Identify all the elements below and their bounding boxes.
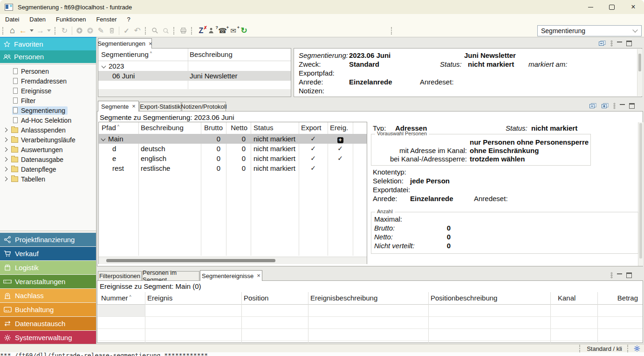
sidebar-section-systemverwaltung[interactable]: Systemverwaltung xyxy=(0,331,96,344)
panel-maximize-icon[interactable] xyxy=(626,41,632,46)
tab-segmente[interactable]: Segmente × xyxy=(98,101,139,112)
chevron-right-icon[interactable] xyxy=(3,177,8,181)
collapse-panel-icon[interactable] xyxy=(598,40,606,47)
column-header-ereignis[interactable]: Ereignis xyxy=(147,294,172,302)
table-row-e[interactable]: e englisch 0 0 nicht markiert ✓ ✓ xyxy=(99,154,367,163)
sidebar-item-ad-hoc-selektion[interactable]: Ad-Hoc Selektion xyxy=(0,115,96,125)
sidebar-item-segmentierung[interactable]: Segmentierung xyxy=(0,105,96,115)
search-alt-button[interactable] xyxy=(160,26,171,36)
add-button[interactable] xyxy=(74,26,85,36)
sidebar-section-verkauf[interactable]: Verkauf xyxy=(0,247,96,260)
toolbar-grip[interactable] xyxy=(391,27,393,35)
panel-minimize-icon[interactable] xyxy=(617,273,622,274)
vertical-scrollbar[interactable] xyxy=(638,122,643,266)
column-header-ereignisbeschreibung[interactable]: Ereignisbeschreibung xyxy=(310,294,377,302)
expand-panel-icon[interactable] xyxy=(601,103,609,109)
chevron-right-icon[interactable] xyxy=(3,138,8,142)
column-header-positionbeschreibung[interactable]: Positionbeschreibung xyxy=(431,294,497,302)
sidebar-section-projektfinanzierung[interactable]: Projektfinanzierung xyxy=(0,233,96,246)
table-row-main[interactable]: Main 0 0 nicht markiert ✓ + xyxy=(99,134,367,144)
vertical-scrollbar[interactable] xyxy=(637,49,642,96)
edit-button[interactable]: ✎ xyxy=(96,26,106,36)
horizontal-scrollbar[interactable] xyxy=(99,257,367,264)
column-header-segmentierung[interactable]: Segmentierung^ xyxy=(101,50,152,58)
sidebar-item-verarbeitungslaeufe[interactable]: Verarbeitungsläufe xyxy=(0,135,96,145)
sidebar-section-datenaustausch[interactable]: Datenaustausch xyxy=(0,317,96,330)
menu-fenster[interactable]: Fenster xyxy=(91,16,122,23)
forward-button[interactable]: → xyxy=(35,26,46,36)
back-dropdown-icon[interactable] xyxy=(30,29,34,32)
tab-segmentereignisse[interactable]: Segmentereignisse × xyxy=(200,270,262,281)
toolbar-grip[interactable] xyxy=(2,27,5,35)
toolbar-grip[interactable] xyxy=(191,27,193,35)
person-query-button[interactable]: ? xyxy=(206,26,217,36)
scrollbar-thumb[interactable] xyxy=(106,259,275,262)
sidebar-item-personen[interactable]: Personen xyxy=(0,66,96,76)
sidebar-item-ereignisse[interactable]: Ereignisse xyxy=(0,86,96,96)
chevron-right-icon[interactable] xyxy=(3,167,8,172)
column-header-beschreibung[interactable]: Beschreibung xyxy=(190,50,233,58)
collapse-panel-icon[interactable] xyxy=(589,103,597,109)
toolbar-grip[interactable] xyxy=(55,27,57,35)
sidebar-section-veranstaltungen[interactable]: Veranstaltungen xyxy=(0,275,96,288)
phone-add-button[interactable]: ☎+ xyxy=(217,26,228,36)
sidebar-section-logistik[interactable]: Logistik xyxy=(0,261,96,274)
sidebar-section-buchhaltung[interactable]: Buchhaltung xyxy=(0,303,96,316)
sidebar-item-datenausgabe[interactable]: Datenausgabe xyxy=(0,154,96,164)
column-header-status[interactable]: Status xyxy=(253,124,274,132)
column-header-netto[interactable]: Netto xyxy=(226,124,247,132)
minimize-button[interactable] xyxy=(580,0,601,14)
sidebar-item-auswertungen[interactable]: Auswertungen xyxy=(0,145,96,154)
sidebar-item-datenpflege[interactable]: Datenpflege xyxy=(0,164,96,174)
table-row-d[interactable]: d deutsch 0 0 nicht markiert ✓ ✓ xyxy=(99,144,367,154)
table-row-rest[interactable]: rest restlische 0 0 nicht markiert ✓ xyxy=(99,163,367,173)
forward-dropdown-icon[interactable] xyxy=(47,29,51,32)
tab-close-icon[interactable]: × xyxy=(132,104,136,109)
panel-menu-icon[interactable] xyxy=(610,40,613,47)
column-header-brutto[interactable]: Brutto xyxy=(201,124,223,132)
table-row-06-juni[interactable]: 06 Juni Juni Newsletter xyxy=(98,71,291,81)
settings-gear-button[interactable] xyxy=(632,345,644,352)
refresh-button[interactable]: ↻ xyxy=(59,26,70,36)
sidebar-item-fremdadressen[interactable]: Fremdadressen xyxy=(0,76,96,86)
panel-maximize-icon[interactable] xyxy=(626,272,632,278)
menu-datei[interactable]: Datei xyxy=(0,16,24,23)
home-button[interactable]: ⌂ xyxy=(7,26,18,36)
tab-segmentierungen[interactable]: Segmentierungen × xyxy=(98,38,152,49)
cancel-selection-button[interactable]: Z✗ xyxy=(196,26,206,36)
print-button[interactable] xyxy=(178,26,189,36)
tree-row-2023[interactable]: 2023 xyxy=(98,61,291,71)
tab-close-icon[interactable]: × xyxy=(257,273,260,278)
menu-daten[interactable]: Daten xyxy=(24,16,51,23)
chevron-right-icon[interactable] xyxy=(3,147,8,152)
add-copy-button[interactable] xyxy=(85,26,96,36)
sidebar-section-nachlass[interactable]: Nachlass xyxy=(0,289,96,302)
sidebar-item-filter[interactable]: Filter xyxy=(0,96,96,105)
toolbar-grip[interactable] xyxy=(145,27,147,35)
menu-funktionen[interactable]: Funktionen xyxy=(51,16,91,23)
column-header-pfad[interactable]: Pfad^ xyxy=(102,124,119,132)
toolbar-grip[interactable] xyxy=(173,27,176,35)
close-button[interactable]: × xyxy=(623,0,644,14)
sidebar-item-anlassspenden[interactable]: Anlassspenden xyxy=(0,125,96,135)
chevron-right-icon[interactable] xyxy=(3,128,8,133)
sidebar-section-personen[interactable]: Personen xyxy=(0,50,96,63)
panel-minimize-icon[interactable] xyxy=(617,42,622,42)
panel-menu-icon[interactable] xyxy=(610,272,613,279)
tab-personen-im-segment[interactable]: Personen im Segment xyxy=(142,271,199,280)
context-dropdown[interactable]: Segmentierung xyxy=(537,25,642,36)
back-button[interactable]: ← xyxy=(18,26,28,36)
column-header-beschreibung[interactable]: Beschreibung xyxy=(141,124,184,132)
column-header-export[interactable]: Export xyxy=(301,124,321,132)
tab-filterpositionen[interactable]: Filterpositionen xyxy=(98,271,142,280)
tab-close-icon[interactable]: × xyxy=(149,42,152,46)
mail-add-button[interactable]: ✉+ xyxy=(228,26,239,36)
sidebar-item-tabellen[interactable]: Tabellen xyxy=(0,174,96,184)
panel-maximize-icon[interactable] xyxy=(629,103,635,109)
column-header-betrag[interactable]: Betrag xyxy=(599,294,638,302)
column-header-nummer[interactable]: Nummer^ xyxy=(101,294,131,302)
tab-export-statistik[interactable]: Export-Statistik xyxy=(139,102,181,111)
column-header-position[interactable]: Position xyxy=(244,294,268,302)
maximize-button[interactable] xyxy=(601,0,623,14)
reload-button[interactable]: ↻ xyxy=(239,26,249,36)
